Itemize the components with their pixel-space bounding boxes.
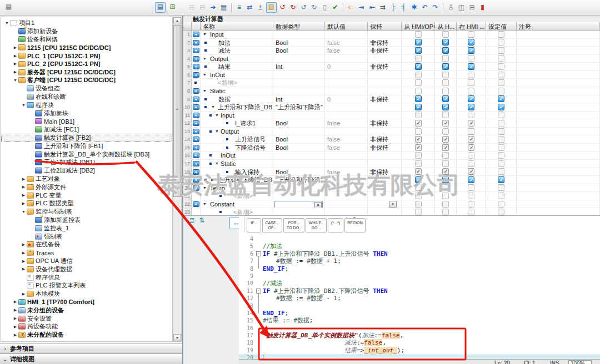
writable-from-hmi-checkbox[interactable] [442, 209, 449, 215]
expand-arrow-icon[interactable]: ▼ [203, 202, 207, 206]
interface-row[interactable]: 4▼Output [183, 55, 600, 63]
expand-arrow-icon[interactable]: ▼ [203, 57, 207, 60]
name-cell[interactable]: ▼Constant [201, 200, 273, 208]
interface-row[interactable]: 20▼Temp [183, 184, 600, 193]
setpoint-checkbox[interactable] [498, 144, 504, 151]
name-cell[interactable]: ▼Output [201, 55, 273, 63]
name-cell[interactable]: I_请求1 [201, 119, 273, 127]
column-header[interactable]: 注释 [517, 22, 600, 30]
default-value-cell[interactable]: false [325, 135, 368, 143]
default-value-cell[interactable] [325, 192, 368, 200]
comment-cell[interactable] [517, 95, 600, 103]
visible-in-hmi-checkbox[interactable] [468, 79, 474, 86]
code-line[interactable]: 14END_IF; [239, 310, 600, 317]
interface-row[interactable]: 2加法Boolfalse非保持 [183, 39, 600, 47]
reference-projects-bar[interactable]: ›参考项目 [0, 343, 182, 353]
name-cell[interactable]: ▶上升沿和下降沿_DB2 [201, 176, 273, 184]
tree-item[interactable]: ▶HMI_1 [TP700 Comfort] [1, 298, 172, 306]
data-type-cell[interactable]: Int [273, 95, 325, 103]
code-line[interactable]: 16 [239, 325, 600, 332]
from-hmi-opc-checkbox[interactable] [415, 104, 422, 110]
data-type-edit-box[interactable]: ▦ [274, 201, 323, 208]
setpoint-checkbox[interactable] [498, 128, 504, 135]
from-hmi-opc-checkbox[interactable] [415, 184, 422, 191]
writable-from-hmi-checkbox[interactable] [442, 72, 449, 78]
column-header[interactable]: 名称 [201, 22, 273, 30]
data-type-cell[interactable]: Bool [273, 47, 325, 54]
data-type-cell[interactable] [273, 87, 325, 95]
code-line[interactable]: 19结果=>_int_out_); [239, 347, 600, 354]
writable-from-hmi-checkbox[interactable] [442, 176, 449, 183]
setpoint-checkbox[interactable] [498, 31, 504, 38]
visible-in-hmi-checkbox[interactable] [468, 31, 474, 38]
stop-cpu-icon[interactable]: ▮ [478, 3, 487, 12]
from-hmi-opc-checkbox[interactable] [415, 47, 422, 54]
interface-row[interactable]: 8▼Static [183, 87, 600, 95]
visible-in-hmi-checkbox[interactable] [468, 193, 474, 199]
setpoint-checkbox[interactable] [498, 47, 504, 54]
expand-arrow-icon[interactable]: ▶ [21, 267, 27, 271]
comment-cell[interactable] [517, 128, 600, 135]
comment-cell[interactable] [517, 160, 600, 168]
writable-from-hmi-checkbox[interactable] [442, 120, 449, 127]
visible-in-hmi-checkbox[interactable] [468, 176, 474, 183]
visible-in-hmi-checkbox[interactable] [468, 39, 474, 46]
tree-item[interactable]: PLC 报警文本列表 [1, 282, 172, 290]
retain-cell[interactable] [368, 87, 402, 95]
interface-row[interactable]: 14上升沿信号Boolfalse非保持 [183, 135, 600, 144]
data-type-cell[interactable]: Bool [273, 168, 325, 176]
name-cell[interactable]: 减法 [201, 47, 273, 54]
setpoint-checkbox[interactable] [498, 176, 504, 183]
data-type-cell[interactable]: Bool [273, 39, 325, 47]
expand-arrow-icon[interactable]: ▼ [215, 129, 219, 133]
writable-from-hmi-checkbox[interactable] [442, 104, 449, 110]
default-value-cell[interactable]: false [325, 168, 368, 176]
split-window-horizontal-icon[interactable]: ⊟ [467, 3, 477, 12]
expand-arrow-icon[interactable]: ▶ [12, 308, 18, 312]
comment-cell[interactable] [517, 87, 600, 95]
visible-in-hmi-checkbox[interactable] [468, 47, 474, 54]
from-hmi-opc-checkbox[interactable] [415, 55, 422, 62]
visible-in-hmi-checkbox[interactable] [468, 72, 474, 78]
retain-cell[interactable]: ▼ [368, 200, 402, 208]
default-value-cell[interactable] [325, 160, 368, 168]
tree-item[interactable]: ▶在线备份 [1, 241, 172, 249]
writable-from-hmi-checkbox[interactable] [442, 193, 449, 199]
setpoint-checkbox[interactable] [498, 88, 504, 94]
setpoint-checkbox[interactable] [498, 184, 504, 191]
setpoint-checkbox[interactable] [498, 120, 504, 127]
default-value-cell[interactable] [325, 128, 368, 135]
from-hmi-opc-checkbox[interactable] [415, 31, 422, 38]
writable-from-hmi-checkbox[interactable] [442, 79, 449, 86]
comment-cell[interactable] [517, 63, 600, 70]
comment-cell[interactable] [517, 144, 600, 151]
writable-from-hmi-checkbox[interactable] [442, 95, 449, 102]
code-snippet-tab[interactable]: FOR... TO DO.. [283, 218, 304, 232]
interface-row[interactable]: 5结果Int0非保持 [183, 63, 600, 71]
absolute-symbolic-icon[interactable]: ≡ [234, 3, 244, 12]
column-header[interactable] [192, 22, 201, 30]
compare-editor-icon[interactable]: ≣ [187, 216, 197, 225]
name-cell[interactable]: 下降沿信号 [201, 144, 273, 151]
expand-arrow-icon[interactable]: ▶ [12, 333, 18, 337]
default-value-cell[interactable] [325, 200, 368, 208]
access-protection-icon[interactable]: ♙ [446, 3, 456, 12]
name-cell[interactable]: ▼InOut [201, 71, 273, 79]
tree-item[interactable]: ▶未分组的设备 [1, 306, 172, 315]
name-cell[interactable]: 结果 [201, 63, 273, 70]
data-type-cell[interactable] [273, 128, 325, 135]
data-type-cell[interactable] [273, 112, 325, 119]
from-hmi-opc-checkbox[interactable] [415, 144, 422, 151]
default-value-cell[interactable]: 0 [325, 95, 368, 103]
visible-in-hmi-checkbox[interactable] [468, 88, 474, 94]
column-header[interactable]: 保持 [368, 22, 402, 30]
default-value-cell[interactable] [325, 112, 368, 119]
expand-arrow-icon[interactable]: ▶ [12, 70, 18, 74]
writable-from-hmi-checkbox[interactable] [442, 201, 449, 208]
writable-from-hmi-checkbox[interactable] [442, 63, 449, 70]
visible-in-hmi-checkbox[interactable] [468, 152, 474, 159]
comment-cell[interactable] [517, 31, 600, 38]
copy-snapshot-icon[interactable]: ▯ [320, 3, 329, 12]
default-value-cell[interactable]: false [325, 39, 368, 47]
name-cell[interactable]: <新增> [201, 192, 273, 200]
